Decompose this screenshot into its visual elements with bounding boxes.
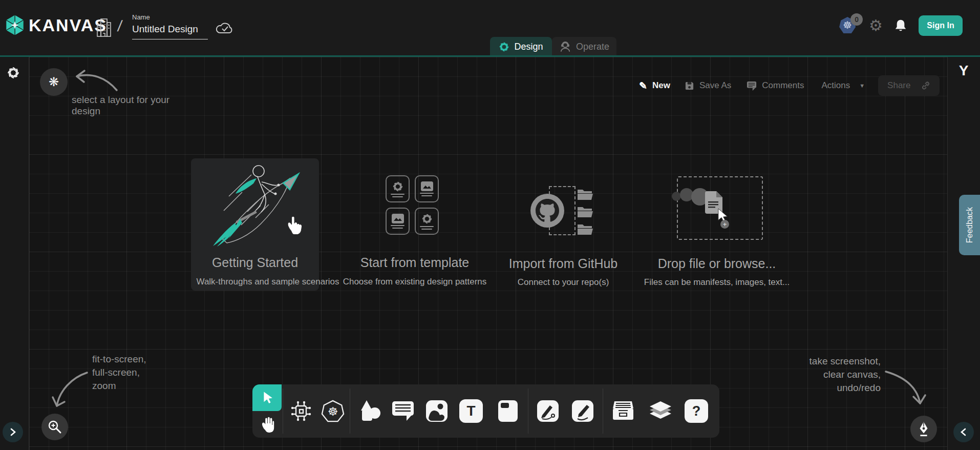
view-controls-hint: fit-to-screen, full-screen, zoom [92, 353, 146, 393]
template-tiles [386, 175, 439, 235]
shapes-tool-icon[interactable] [358, 399, 381, 423]
zoom-controls-button[interactable] [41, 414, 68, 440]
share-label: Share [887, 80, 910, 91]
kubernetes-context[interactable]: ☸ 0 [839, 17, 858, 34]
breadcrumb-separator: / [117, 17, 123, 35]
layers-tool-icon[interactable] [649, 399, 672, 423]
hand-pan-icon [260, 416, 274, 433]
expand-right-panel-button[interactable] [953, 422, 974, 442]
share-link-icon [921, 81, 930, 90]
card-start-from-template[interactable]: Start from template Choose from existing… [338, 169, 492, 292]
template-tile [415, 208, 439, 235]
comment-tool-icon[interactable] [391, 399, 415, 423]
pen-nib-icon [916, 421, 931, 437]
template-tile [386, 175, 410, 202]
chevron-down-icon: ▼ [859, 83, 865, 89]
repo-folders-icon [577, 189, 594, 238]
design-name-field: Name [132, 13, 208, 39]
sign-in-button[interactable]: Sign In [919, 15, 963, 36]
card-title: Start from template [338, 255, 492, 270]
pencil-tool-icon[interactable] [571, 399, 594, 423]
kanvas-logo[interactable]: KANVAS [5, 14, 107, 36]
organization-icon[interactable] [96, 17, 112, 38]
image-tool-icon[interactable] [425, 399, 449, 423]
card-subtitle: Files can be manifests, images, text... [627, 277, 806, 288]
kubernetes-tool-icon[interactable]: ☸ [321, 399, 345, 423]
feedback-tab[interactable]: Feedback [959, 195, 980, 255]
canvas-toolbar: ✎ New Save As Comments Actions ▼ Share [639, 76, 940, 95]
design-name-input[interactable] [132, 23, 208, 39]
image-icon [421, 181, 433, 191]
chevron-right-icon [9, 427, 17, 437]
template-tile [386, 208, 410, 235]
tools-dock: ☸ T [252, 384, 719, 438]
help-tool-icon[interactable]: ? [685, 399, 708, 423]
feedback-label: Feedback [965, 207, 974, 243]
card-title: Drop file or browse... [640, 256, 794, 271]
new-label: New [652, 80, 670, 91]
plus-badge-icon: + [720, 220, 729, 229]
drawer-tool-icon[interactable] [611, 399, 635, 423]
chevron-left-icon [960, 427, 968, 437]
template-tile [415, 175, 439, 202]
github-octocat-icon [529, 193, 565, 229]
notifications-bell-icon[interactable] [894, 18, 907, 33]
hand-cursor-icon [285, 215, 303, 234]
design-spiral-icon [421, 213, 433, 224]
design-name-label: Name [132, 13, 208, 21]
note-tool-icon[interactable] [496, 399, 520, 423]
svg-text:☸: ☸ [328, 405, 338, 418]
tab-operate[interactable]: Operate [552, 37, 616, 56]
card-drop-file[interactable]: + Drop file or browse... Files can be ma… [640, 169, 794, 292]
actions-label: Actions [821, 80, 850, 91]
kubernetes-count-badge: 0 [850, 13, 863, 26]
actions-dropdown[interactable]: Actions ▼ [821, 80, 865, 91]
new-design-button[interactable]: ✎ New [639, 80, 670, 92]
select-cursor-icon [262, 391, 273, 404]
save-as-button[interactable]: Save As [685, 80, 731, 91]
select-tool-button[interactable] [252, 384, 282, 411]
share-button[interactable]: Share [878, 75, 940, 96]
header-actions: ☸ 0 ⚙ Sign In [839, 15, 963, 36]
pan-tool-button[interactable] [257, 414, 278, 435]
comments-button[interactable]: Comments [747, 80, 804, 91]
save-icon [685, 81, 694, 91]
mode-tabs: Design Operate [490, 37, 616, 56]
card-getting-started[interactable]: Getting Started Walk-throughs and sample… [191, 158, 319, 291]
layout-select-button[interactable]: ❋ [40, 68, 68, 96]
tab-design[interactable]: Design [490, 37, 552, 56]
card-title: Import from GitHub [486, 256, 640, 271]
left-panel-strip [0, 57, 29, 450]
text-tool-icon[interactable]: T [459, 399, 483, 423]
tab-operate-label: Operate [576, 42, 609, 52]
card-title: Getting Started [191, 255, 319, 270]
card-subtitle: Connect to your repo(s) [474, 277, 653, 288]
save-as-label: Save As [699, 80, 731, 91]
design-tab-icon [499, 42, 509, 52]
logo-text: KANVAS [29, 15, 107, 35]
canvas-actions-hint: take screenshot, clear canvas, undo/redo [789, 355, 881, 395]
app-header: KANVAS / Name Design [0, 0, 980, 55]
operate-tab-icon [559, 40, 571, 53]
layout-flower-icon: ❋ [49, 75, 59, 89]
tab-design-label: Design [514, 42, 543, 52]
card-import-from-github[interactable]: Import from GitHub Connect to your repo(… [486, 169, 640, 292]
comments-label: Comments [762, 80, 804, 91]
cloud-sync-icon [216, 22, 234, 35]
settings-gear-icon[interactable]: ⚙ [869, 18, 883, 33]
y-panel-icon[interactable]: Y [953, 63, 974, 79]
new-pencil-icon: ✎ [639, 80, 647, 92]
layout-hint-text: select a layout for your design [72, 94, 200, 117]
rocket-illustration [211, 162, 304, 249]
meshery-spinner-icon [7, 66, 20, 79]
image-icon [392, 214, 404, 223]
canvas-actions-button[interactable] [910, 416, 937, 442]
pen-tool-icon[interactable] [536, 399, 560, 423]
zoom-in-magnifier-icon [47, 419, 62, 435]
kanvas-app: KANVAS / Name Design [0, 0, 980, 450]
comments-icon [747, 81, 757, 91]
component-tool-icon[interactable] [289, 399, 313, 423]
design-spiral-icon [392, 181, 403, 192]
kanvas-logo-icon [5, 14, 25, 36]
expand-left-panel-button[interactable] [3, 422, 23, 442]
